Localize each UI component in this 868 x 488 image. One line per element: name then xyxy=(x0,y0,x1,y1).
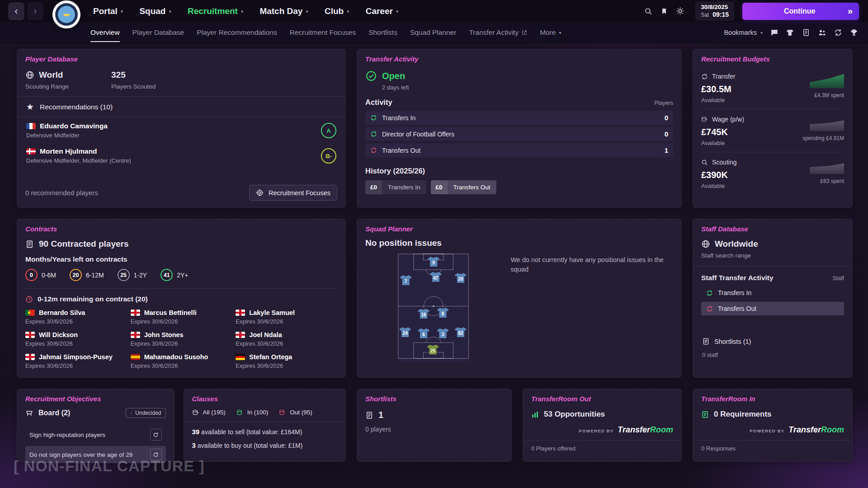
menu-portal[interactable]: Portal▾ xyxy=(93,6,123,16)
recruitment-budgets-card: Recruitment Budgets Transfer £30.5M Avai… xyxy=(693,49,853,208)
tab-overview-label: Overview xyxy=(90,28,120,37)
contract-bucket[interactable]: 20 6-12M xyxy=(70,269,104,281)
transfers-in-row[interactable]: Transfers In 0 xyxy=(365,111,673,125)
tab-more[interactable]: More▾ xyxy=(540,23,561,42)
club-crest[interactable] xyxy=(52,0,80,28)
bookmarks-dropdown[interactable]: Bookmarks ▾ xyxy=(724,29,763,36)
player-name: Will Dickson xyxy=(39,331,78,338)
clauses-buyout-text: available to buy out (total value: £1M) xyxy=(196,442,303,449)
money-icon xyxy=(192,409,199,416)
menu-career[interactable]: Career▾ xyxy=(366,6,399,16)
main-menu: Portal▾ Squad▾ Recruitment▾ Match Day▾ C… xyxy=(93,6,398,16)
budget-sparkline xyxy=(810,159,844,174)
tab-label: Squad Planner xyxy=(410,28,457,37)
transfer-window-status: Open xyxy=(382,71,405,81)
history-transfers-out-button[interactable]: £0 Transfers Out xyxy=(431,180,496,194)
chevron-down-icon: ▾ xyxy=(169,9,171,14)
refresh-objective-button[interactable] xyxy=(150,429,162,441)
scouting-budget-section: Scouting £390K Available £63 spent xyxy=(701,152,844,195)
nation-flag xyxy=(131,354,140,360)
menu-club[interactable]: Club▾ xyxy=(325,6,349,16)
contract-bucket[interactable]: 0 0-6M xyxy=(25,269,56,281)
card-title: Shortlists xyxy=(365,395,503,403)
transferroom-brand: POWERED BY TransferRoom xyxy=(531,425,673,440)
expiring-player[interactable]: Will Dickson Expires 30/6/2026 xyxy=(25,331,127,347)
staff-transfers-out-row[interactable]: Transfers Out xyxy=(701,302,844,315)
transfers-out-icon xyxy=(370,147,377,154)
objective-row[interactable]: Sign high-reputation players xyxy=(25,426,166,443)
gear-icon[interactable] xyxy=(676,7,684,15)
card-title: Contracts xyxy=(25,225,337,233)
back-button[interactable]: ‹ xyxy=(8,2,24,20)
contract-bucket[interactable]: 25 1-2Y xyxy=(118,269,147,281)
expiring-player[interactable]: Jahmai Simpson-Pusey Expires 30/6/2026 xyxy=(25,353,127,369)
shortlists-count-row[interactable]: 1 xyxy=(365,410,503,420)
nation-flag xyxy=(25,332,35,338)
clauses-sell-count: 39 xyxy=(192,428,200,436)
opportunities-row[interactable]: 53 Opportunities xyxy=(531,410,673,419)
budget-sparkline xyxy=(810,73,844,88)
scouting-team-icon[interactable] xyxy=(818,28,826,37)
transfers-out-row[interactable]: Transfers Out 1 xyxy=(365,143,673,157)
day-value: Sat xyxy=(701,12,709,19)
continue-button[interactable]: Continue » xyxy=(742,3,859,20)
expiring-player[interactable]: John Stones Expires 30/6/2026 xyxy=(131,331,232,347)
messages-icon[interactable] xyxy=(770,28,778,37)
tab-overview[interactable]: Overview xyxy=(90,23,120,42)
tab-transfer-activity[interactable]: Transfer Activity xyxy=(469,23,527,42)
scouting-magnifier-icon xyxy=(701,159,708,166)
staff-transfers-in-row[interactable]: Transfers In xyxy=(701,286,844,300)
tab-player-recommendations[interactable]: Player Recommendations xyxy=(197,23,277,42)
player-name: Eduardo Camavinga xyxy=(40,122,108,130)
staff-shortlists-row[interactable]: Shortlists (1) xyxy=(701,335,844,348)
globe-icon xyxy=(25,70,34,80)
kit-icon[interactable] xyxy=(786,28,794,37)
menu-squad[interactable]: Squad▾ xyxy=(139,6,171,16)
dof-offers-row[interactable]: Director of Football Offers 0 xyxy=(365,127,673,141)
budget-note: £4.3M spent xyxy=(814,92,844,99)
requirements-headline: 0 Requirements xyxy=(714,410,772,419)
contract-expiry: Expires 30/6/2026 xyxy=(25,362,127,369)
expiring-player[interactable]: Stefan Ortega Expires 30/6/2026 xyxy=(236,353,337,369)
recommendations-row[interactable]: ★ Recommendations (10) xyxy=(25,97,337,117)
squad-planner-card: Squad Planner No position issues xyxy=(357,219,682,378)
contract-expiry: Expires 30/6/2026 xyxy=(131,340,232,347)
expiring-player[interactable]: Lakyle Samuel Expires 30/6/2026 xyxy=(236,309,337,325)
tab-squad-planner[interactable]: Squad Planner xyxy=(410,23,457,42)
expiring-player[interactable]: Joel Ndala Expires 30/6/2026 xyxy=(236,331,337,347)
recruitment-focuses-button[interactable]: Recruitment Focuses xyxy=(249,185,337,201)
expiring-player[interactable]: Bernardo Silva Expires 30/6/2026 xyxy=(25,309,127,325)
clause-filter-out[interactable]: Out (95) xyxy=(279,409,312,416)
requirements-row[interactable]: 0 Requirements xyxy=(701,410,844,419)
wage-coins-icon xyxy=(701,116,708,122)
chevron-down-icon: ▾ xyxy=(396,9,399,14)
nation-flag xyxy=(236,332,245,338)
chevron-down-icon: ▾ xyxy=(347,9,349,14)
history-transfers-in-button[interactable]: £0 Transfers In xyxy=(365,180,426,194)
shortlists-caption: 0 players xyxy=(365,426,503,433)
expiring-player[interactable]: Mahamadou Susoho Expires 30/6/2026 xyxy=(131,353,232,369)
row-value: 1 xyxy=(665,146,668,154)
contracts-subheader: Months/Years left on contracts xyxy=(25,255,337,263)
bookmark-icon[interactable] xyxy=(660,7,668,15)
search-icon[interactable] xyxy=(644,7,652,15)
menu-match-day[interactable]: Match Day▾ xyxy=(259,6,308,16)
contract-expiry: Expires 30/6/2026 xyxy=(131,362,232,369)
sync-icon[interactable] xyxy=(834,28,842,37)
player-name: Morten Hjulmand xyxy=(40,147,97,155)
awards-icon[interactable] xyxy=(850,28,858,37)
tab-recruitment-focuses[interactable]: Recruitment Focuses xyxy=(290,23,356,42)
contract-bucket[interactable]: 41 2Y+ xyxy=(160,269,188,281)
menu-recruitment[interactable]: Recruitment▾ xyxy=(188,6,243,16)
notes-icon[interactable] xyxy=(802,28,810,37)
clause-filter-in[interactable]: In (100) xyxy=(236,409,269,416)
recommended-player-row[interactable]: Morten Hjulmand Defensive Midfielder, Mi… xyxy=(25,143,337,168)
forward-button[interactable]: › xyxy=(27,2,43,20)
tab-player-database[interactable]: Player Database xyxy=(132,23,184,42)
nation-flag xyxy=(25,354,35,360)
tab-shortlists[interactable]: Shortlists xyxy=(368,23,397,42)
clause-filter-all[interactable]: All (195) xyxy=(192,409,226,416)
contracted-players-headline: 90 Contracted players xyxy=(39,239,129,249)
recommended-player-row[interactable]: Eduardo Camavinga Defensive Midfielder A xyxy=(25,117,337,143)
expiring-player[interactable]: Marcus Bettinelli Expires 30/6/2026 xyxy=(131,309,232,325)
